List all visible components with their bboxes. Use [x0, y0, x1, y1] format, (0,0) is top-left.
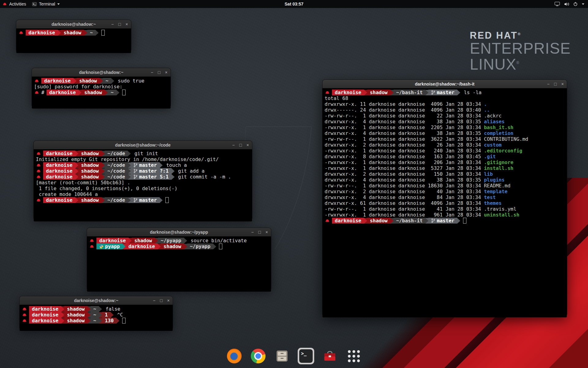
- terminal-window[interactable]: darknoise@shadow:~/pyapp − □ × darknoise…: [87, 228, 271, 289]
- powerline-separator: [425, 90, 428, 95]
- prompt-segment-user: darknoise: [26, 30, 58, 36]
- terminal-window[interactable]: darknoise@shadow:~/code − □ × darknoises…: [34, 141, 252, 219]
- minimize-button[interactable]: −: [151, 70, 153, 75]
- powerline-separator: [105, 90, 108, 95]
- cursor: [122, 90, 126, 95]
- command-text: sudo true: [115, 78, 144, 84]
- maximize-button[interactable]: □: [158, 70, 160, 75]
- terminal-line: drwxrwxr-x. 2 darknoise darknoise 150 Ja…: [325, 171, 565, 177]
- powerline-separator: [129, 238, 132, 243]
- terminal-content[interactable]: darknoiseshadow~/bash-itmaster ls -latot…: [322, 88, 567, 317]
- prompt-segment-host: shadow: [81, 90, 105, 95]
- powerline-separator: [128, 151, 131, 156]
- terminal-line: drwxrwxr-x. 2 darknoise darknoise 26 Jan…: [325, 142, 565, 148]
- terminal-line: drwxrwxr-x. 4 darknoise darknoise 38 Jan…: [325, 119, 565, 125]
- prompt-segment-user: darknoise: [332, 218, 364, 224]
- prompt-segment-path: ~/code: [105, 168, 128, 174]
- terminal-line: darknoiseshadow~130: [22, 318, 171, 324]
- command-text: source bin/activate: [188, 238, 247, 243]
- clock[interactable]: Sat 03:57: [285, 2, 303, 6]
- terminal-window[interactable]: darknoise@shadow:~ − □ × darknoiseshadow…: [20, 296, 173, 328]
- powerline-separator: [184, 238, 187, 243]
- redhat-icon: [89, 244, 94, 248]
- terminal-window[interactable]: darknoise@shadow:~ − □ × darknoiseshadow…: [32, 68, 171, 106]
- cursor: [101, 30, 105, 36]
- minimize-button[interactable]: −: [232, 143, 235, 147]
- git-branch-icon: [134, 174, 138, 179]
- prompt-segment-git: master: [131, 197, 160, 203]
- directory-name: test: [484, 194, 496, 200]
- command-text: ^C: [114, 312, 123, 318]
- status-area[interactable]: [555, 2, 588, 6]
- terminal-line: -rw-rw-r--. 1 darknoise darknoise 3622 J…: [325, 136, 565, 142]
- window-titlebar[interactable]: darknoise@shadow:~/pyapp − □ ×: [87, 228, 271, 236]
- maximize-button[interactable]: □: [554, 82, 556, 86]
- powerline-separator: [457, 218, 460, 224]
- prompt-segment-path: ~: [91, 318, 99, 324]
- terminal-content[interactable]: darknoiseshadow~/code git initInitialize…: [34, 149, 252, 221]
- window-titlebar[interactable]: darknoise@shadow:~/bash-it − □ ×: [322, 80, 567, 88]
- minimize-button[interactable]: −: [251, 230, 254, 234]
- window-titlebar[interactable]: darknoise@shadow:~ − □ ×: [20, 296, 173, 305]
- terminal-content[interactable]: darknoiseshadow~: [16, 29, 131, 53]
- powerline-separator: [128, 163, 131, 168]
- window-titlebar[interactable]: darknoise@shadow:~ − □ ×: [16, 20, 131, 29]
- minimize-button[interactable]: −: [111, 22, 114, 26]
- terminal-content[interactable]: darknoiseshadow~/pyapp source bin/activa…: [87, 236, 271, 292]
- terminal-line: darknoiseshadow~/bash-itmaster ls -la: [325, 90, 565, 95]
- app-grid-icon: [348, 350, 360, 362]
- maximize-button[interactable]: □: [160, 298, 162, 303]
- close-button[interactable]: ×: [266, 230, 268, 234]
- maximize-button[interactable]: □: [118, 22, 121, 26]
- close-button[interactable]: ×: [167, 298, 170, 303]
- terminal-line: -rwxrwxr-x. 1 darknoise darknoise 206 Ja…: [325, 159, 565, 165]
- powerline-separator: [116, 318, 119, 324]
- prompt-segment-host: shadow: [77, 78, 100, 84]
- dock-chrome[interactable]: [250, 348, 266, 364]
- terminal-line: drwxrwxr-x. 4 darknoise darknoise 84 Jan…: [325, 194, 565, 200]
- terminal-window[interactable]: darknoise@shadow:~/bash-it − □ × darknoi…: [322, 80, 567, 315]
- powerline-separator: [61, 318, 64, 324]
- directory-name: .: [484, 101, 487, 107]
- dock-terminal[interactable]: >_: [298, 348, 314, 364]
- maximize-button[interactable]: □: [258, 230, 261, 234]
- cursor: [463, 218, 466, 224]
- minimize-button[interactable]: −: [547, 82, 549, 86]
- close-button[interactable]: ×: [126, 22, 128, 26]
- close-button[interactable]: ×: [561, 82, 564, 86]
- directory-name: template: [484, 189, 507, 194]
- terminal-window[interactable]: darknoise@shadow:~ − □ × darknoiseshadow…: [16, 20, 131, 51]
- powerline-separator: [75, 163, 78, 168]
- window-titlebar[interactable]: darknoise@shadow:~ − □ ×: [32, 68, 171, 77]
- dock-firefox[interactable]: [226, 348, 243, 364]
- maximize-button[interactable]: □: [239, 143, 242, 147]
- terminal-content[interactable]: darknoiseshadow~ falsedarknoiseshadow~1 …: [20, 305, 173, 331]
- dock-toolbox[interactable]: [322, 348, 338, 364]
- cursor: [219, 243, 222, 249]
- activities-button[interactable]: Activities: [2, 2, 26, 6]
- prompt-segment-user: darknoise: [43, 174, 75, 180]
- activities-label: Activities: [9, 2, 26, 6]
- powerline-separator: [425, 218, 428, 224]
- prompt-segment-user: darknoise: [96, 238, 129, 243]
- terminal-content[interactable]: darknoiseshadow~ sudo true[sudo] passwor…: [32, 77, 171, 109]
- git-branch-icon: [134, 163, 138, 167]
- prompt-segment-path: ~: [91, 306, 99, 312]
- redhat-icon: [89, 239, 94, 243]
- app-menu[interactable]: Terminal: [32, 2, 60, 6]
- powerline-separator: [128, 174, 131, 180]
- close-button[interactable]: ×: [165, 70, 168, 75]
- chrome-icon: [251, 349, 266, 363]
- dock-app-grid[interactable]: [345, 348, 362, 364]
- directory-name: themes: [484, 200, 502, 206]
- app-menu-label: Terminal: [39, 2, 55, 6]
- terminal-line: -rw-rw-r--. 1 darknoise darknoise 18630 …: [325, 183, 565, 189]
- output-text: -rwxrwxr-x. 1 darknoise darknoise 5327 J…: [325, 165, 484, 171]
- prompt-segment-user: darknoise: [332, 90, 364, 95]
- window-titlebar[interactable]: darknoise@shadow:~/code − □ ×: [34, 141, 252, 149]
- output-text: drwxrwxr-x. 8 darknoise darknoise 163 Ja…: [325, 154, 484, 159]
- powerline-separator: [78, 90, 81, 95]
- close-button[interactable]: ×: [247, 143, 249, 147]
- minimize-button[interactable]: −: [153, 298, 155, 303]
- dock-files[interactable]: [274, 348, 290, 364]
